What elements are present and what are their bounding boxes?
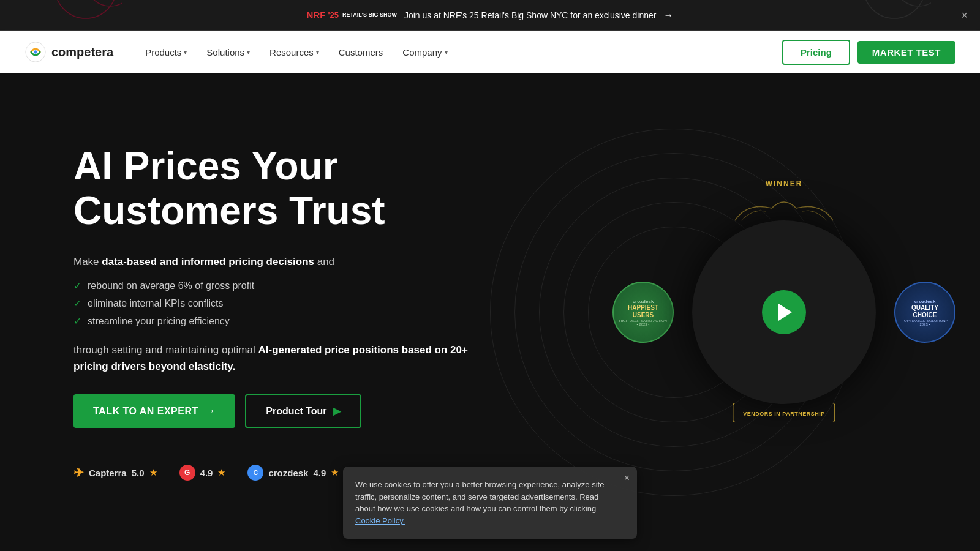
hero-visual: crozdesk HAPPIEST USERS HIGH USER SATISF… [625, 153, 943, 471]
cookie-policy-link[interactable]: Cookie Policy. [355, 516, 405, 525]
play-video-button[interactable] [762, 290, 806, 334]
video-preview [692, 220, 876, 404]
badge-happiest-brand: crozdesk [633, 299, 654, 304]
svg-point-2 [864, 0, 925, 18]
product-tour-label: Product Tour [266, 406, 326, 417]
happiest-users-badge: crozdesk HAPPIEST USERS HIGH USER SATISF… [612, 282, 674, 343]
cookie-banner: We use cookies to offer you a better bro… [343, 467, 637, 539]
nrf-logo: NRF '25 RETAIL'S BIG SHOW [307, 10, 397, 20]
badge-quality-brand: crozdesk [914, 299, 936, 304]
talk-expert-label: TALK TO AN EXPERT [93, 406, 198, 417]
nav-actions: Pricing MARKET TEST [782, 40, 956, 65]
crozdesk-label: crozdesk [268, 468, 308, 478]
nav-solutions-chevron: ▾ [247, 49, 250, 56]
nav-customers-label: Customers [339, 47, 383, 58]
crozdesk-score: 4.9 [313, 468, 326, 478]
logo-text: competera [51, 45, 113, 59]
nav-resources-label: Resources [270, 47, 314, 58]
logo[interactable]: competera [24, 41, 113, 63]
check-icon-3: ✓ [74, 315, 81, 327]
winner-label: WINNER [766, 178, 803, 189]
crozdesk-logo-icon: C [247, 465, 263, 481]
pricing-button[interactable]: Pricing [782, 40, 850, 65]
nav-item-company[interactable]: Company ▾ [395, 43, 454, 61]
svg-point-0 [55, 0, 116, 18]
nav-solutions-label: Solutions [206, 47, 244, 58]
quality-choice-badge: crozdesk QUALITY CHOICE TOP RANKED SOLUT… [894, 282, 956, 343]
nav-item-products[interactable]: Products ▾ [138, 43, 194, 61]
partner-badge: VENDORS IN PARTNERSHIP [733, 403, 835, 422]
banner-message: Join us at NRF's 25 Retail's Big Show NY… [404, 10, 657, 20]
play-icon-small: ▶ [333, 405, 341, 417]
banner-close-button[interactable]: × [961, 10, 968, 21]
hero-cta-text: through setting and maintaining optimal … [74, 342, 490, 375]
play-triangle-icon [778, 304, 792, 321]
bullet-1-text: rebound on average 6% of gross profit [88, 280, 254, 291]
nav-company-label: Company [402, 47, 442, 58]
g2-logo-icon: G [179, 465, 195, 481]
badge-happiest-sub: HIGH USER SATISFACTION • 2023 • [619, 319, 668, 326]
top-banner: NRF '25 RETAIL'S BIG SHOW Join us at NRF… [0, 0, 980, 31]
bullet-3-text: streamline your pricing efficiency [88, 316, 230, 327]
bullet-2: ✓ eliminate internal KPIs conflicts [74, 298, 490, 309]
cookie-close-button[interactable]: × [624, 473, 630, 484]
g2-rating: G 4.9 ★ [179, 465, 226, 481]
badge-happiest-main: HAPPIEST USERS [619, 304, 668, 319]
hero-title: AI Prices Your Customers Trust [74, 144, 490, 234]
nrf-year: '25 [328, 10, 339, 20]
bullet-2-text: eliminate internal KPIs conflicts [88, 298, 223, 309]
hero-subtitle: Make data-based and informed pricing dec… [74, 253, 490, 270]
logo-icon [24, 41, 47, 63]
navbar: competera Products ▾ Solutions ▾ Resourc… [0, 31, 980, 73]
hero-buttons: TALK TO AN EXPERT → Product Tour ▶ [74, 394, 490, 428]
capterra-rating: ✈ Capterra 5.0 ★ [74, 465, 157, 480]
nav-links: Products ▾ Solutions ▾ Resources ▾ Custo… [138, 43, 758, 61]
hero-content: AI Prices Your Customers Trust Make data… [74, 144, 490, 481]
arrow-right-icon: → [205, 405, 216, 418]
nav-company-chevron: ▾ [445, 49, 448, 56]
nav-products-chevron: ▾ [184, 49, 187, 56]
check-icon-2: ✓ [74, 298, 81, 309]
nav-item-customers[interactable]: Customers [331, 43, 391, 61]
capterra-score: 5.0 [132, 468, 145, 478]
cookie-text: We use cookies to offer you a better bro… [355, 479, 612, 527]
capterra-logo-icon: ✈ [74, 465, 84, 480]
capterra-star-icon: ★ [149, 467, 157, 478]
check-icon-1: ✓ [74, 280, 81, 291]
talk-to-expert-button[interactable]: TALK TO AN EXPERT → [74, 394, 235, 428]
badge-quality-sub: TOP RANKED SOLUTION • 2023 • [900, 319, 949, 326]
crozdesk-rating: C crozdesk 4.9 ★ [247, 465, 339, 481]
bullet-1: ✓ rebound on average 6% of gross profit [74, 280, 490, 291]
market-test-button[interactable]: MARKET TEST [858, 41, 956, 64]
svg-point-1 [86, 0, 123, 6]
badge-quality-main: QUALITY CHOICE [900, 304, 949, 319]
nav-item-resources[interactable]: Resources ▾ [262, 43, 326, 61]
bullet-3: ✓ streamline your pricing efficiency [74, 315, 490, 327]
crozdesk-star-icon: ★ [331, 467, 339, 478]
nav-products-label: Products [145, 47, 181, 58]
nrf-subtitle: RETAIL'S BIG SHOW [342, 12, 397, 18]
capterra-label: Capterra [89, 468, 127, 478]
hero-bullets: ✓ rebound on average 6% of gross profit … [74, 280, 490, 327]
nav-item-solutions[interactable]: Solutions ▾ [199, 43, 257, 61]
product-tour-button[interactable]: Product Tour ▶ [245, 394, 361, 428]
g2-score: 4.9 [200, 468, 213, 478]
svg-point-5 [34, 50, 37, 53]
nav-resources-chevron: ▾ [316, 49, 319, 56]
g2-star-icon: ★ [217, 467, 225, 478]
banner-arrow[interactable]: → [663, 10, 673, 21]
svg-point-3 [894, 0, 931, 6]
nrf-brand-text: NRF [307, 10, 326, 20]
